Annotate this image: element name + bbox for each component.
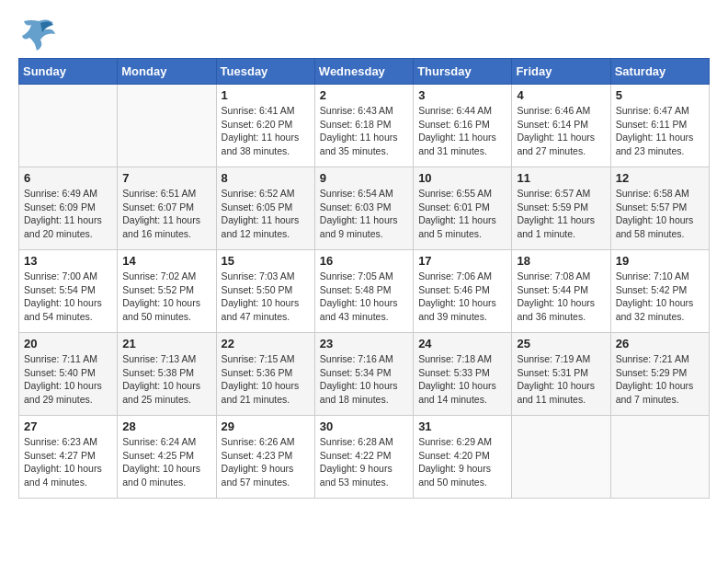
day-info: Sunrise: 6:57 AM Sunset: 5:59 PM Dayligh… xyxy=(517,187,605,241)
weekday-friday: Friday xyxy=(512,59,610,85)
day-info: Sunrise: 7:00 AM Sunset: 5:54 PM Dayligh… xyxy=(24,270,112,324)
day-number: 31 xyxy=(418,419,506,433)
day-number: 28 xyxy=(122,419,210,433)
day-info: Sunrise: 7:16 AM Sunset: 5:34 PM Dayligh… xyxy=(320,352,408,407)
calendar-cell: 30Sunrise: 6:28 AM Sunset: 4:22 PM Dayli… xyxy=(314,416,413,499)
day-number: 2 xyxy=(320,88,408,102)
day-info: Sunrise: 6:47 AM Sunset: 6:11 PM Dayligh… xyxy=(616,104,704,158)
day-number: 20 xyxy=(24,337,112,350)
day-number: 23 xyxy=(320,337,408,350)
calendar-cell: 31Sunrise: 6:29 AM Sunset: 4:20 PM Dayli… xyxy=(414,416,512,499)
day-info: Sunrise: 6:29 AM Sunset: 4:20 PM Dayligh… xyxy=(418,435,506,489)
day-info: Sunrise: 7:11 AM Sunset: 5:40 PM Dayligh… xyxy=(24,352,112,407)
calendar-cell: 7Sunrise: 6:51 AM Sunset: 6:07 PM Daylig… xyxy=(118,167,216,250)
calendar-cell: 2Sunrise: 6:43 AM Sunset: 6:18 PM Daylig… xyxy=(314,85,413,167)
day-number: 7 xyxy=(122,171,210,185)
weekday-header-row: SundayMondayTuesdayWednesdayThursdayFrid… xyxy=(19,59,710,85)
day-number: 16 xyxy=(320,254,408,268)
day-info: Sunrise: 6:41 AM Sunset: 6:20 PM Dayligh… xyxy=(222,104,310,158)
day-info: Sunrise: 6:58 AM Sunset: 5:57 PM Dayligh… xyxy=(616,187,704,241)
calendar-table: SundayMondayTuesdayWednesdayThursdayFrid… xyxy=(18,58,710,499)
calendar-cell: 16Sunrise: 7:05 AM Sunset: 5:48 PM Dayli… xyxy=(314,250,413,333)
weekday-thursday: Thursday xyxy=(414,59,512,85)
day-info: Sunrise: 7:03 AM Sunset: 5:50 PM Dayligh… xyxy=(222,270,310,324)
day-info: Sunrise: 6:28 AM Sunset: 4:22 PM Dayligh… xyxy=(320,435,408,489)
calendar-cell xyxy=(19,85,118,167)
day-number: 1 xyxy=(222,88,310,102)
calendar-cell: 6Sunrise: 6:49 AM Sunset: 6:09 PM Daylig… xyxy=(19,167,118,250)
day-number: 6 xyxy=(24,171,112,185)
weekday-tuesday: Tuesday xyxy=(216,59,314,85)
day-info: Sunrise: 6:23 AM Sunset: 4:27 PM Dayligh… xyxy=(24,435,112,489)
calendar-cell: 1Sunrise: 6:41 AM Sunset: 6:20 PM Daylig… xyxy=(216,85,314,167)
day-info: Sunrise: 6:51 AM Sunset: 6:07 PM Dayligh… xyxy=(122,187,210,241)
day-number: 26 xyxy=(616,337,704,350)
day-info: Sunrise: 7:02 AM Sunset: 5:52 PM Dayligh… xyxy=(122,270,210,324)
weekday-wednesday: Wednesday xyxy=(314,59,413,85)
day-info: Sunrise: 7:13 AM Sunset: 5:38 PM Dayligh… xyxy=(122,352,210,407)
calendar-cell: 22Sunrise: 7:15 AM Sunset: 5:36 PM Dayli… xyxy=(216,333,314,416)
day-info: Sunrise: 7:08 AM Sunset: 5:44 PM Dayligh… xyxy=(517,270,605,324)
calendar-cell: 24Sunrise: 7:18 AM Sunset: 5:33 PM Dayli… xyxy=(414,333,512,416)
day-info: Sunrise: 6:24 AM Sunset: 4:25 PM Dayligh… xyxy=(122,435,210,489)
day-number: 4 xyxy=(517,88,605,102)
day-info: Sunrise: 7:18 AM Sunset: 5:33 PM Dayligh… xyxy=(418,352,506,407)
calendar-cell: 5Sunrise: 6:47 AM Sunset: 6:11 PM Daylig… xyxy=(610,85,709,167)
day-info: Sunrise: 7:19 AM Sunset: 5:31 PM Dayligh… xyxy=(517,352,605,407)
calendar-cell: 26Sunrise: 7:21 AM Sunset: 5:29 PM Dayli… xyxy=(610,333,709,416)
day-number: 9 xyxy=(320,171,408,185)
day-number: 11 xyxy=(517,171,605,185)
day-number: 18 xyxy=(517,254,605,268)
calendar-cell: 20Sunrise: 7:11 AM Sunset: 5:40 PM Dayli… xyxy=(19,333,118,416)
day-info: Sunrise: 7:06 AM Sunset: 5:46 PM Dayligh… xyxy=(418,270,506,324)
day-number: 8 xyxy=(222,171,310,185)
page: SundayMondayTuesdayWednesdayThursdayFrid… xyxy=(0,0,728,512)
calendar-cell: 8Sunrise: 6:52 AM Sunset: 6:05 PM Daylig… xyxy=(216,167,314,250)
day-info: Sunrise: 6:44 AM Sunset: 6:16 PM Dayligh… xyxy=(418,104,506,158)
day-number: 5 xyxy=(616,88,704,102)
calendar-cell xyxy=(512,416,610,499)
logo xyxy=(18,14,59,49)
header xyxy=(18,14,710,49)
calendar-cell: 15Sunrise: 7:03 AM Sunset: 5:50 PM Dayli… xyxy=(216,250,314,333)
weekday-monday: Monday xyxy=(118,59,216,85)
calendar-cell: 21Sunrise: 7:13 AM Sunset: 5:38 PM Dayli… xyxy=(118,333,216,416)
day-info: Sunrise: 6:49 AM Sunset: 6:09 PM Dayligh… xyxy=(24,187,112,241)
calendar-cell: 4Sunrise: 6:46 AM Sunset: 6:14 PM Daylig… xyxy=(512,85,610,167)
day-info: Sunrise: 7:05 AM Sunset: 5:48 PM Dayligh… xyxy=(320,270,408,324)
day-number: 17 xyxy=(418,254,506,268)
day-number: 29 xyxy=(222,419,310,433)
day-info: Sunrise: 7:10 AM Sunset: 5:42 PM Dayligh… xyxy=(616,270,704,324)
day-number: 19 xyxy=(616,254,704,268)
day-number: 25 xyxy=(517,337,605,350)
week-row-4: 20Sunrise: 7:11 AM Sunset: 5:40 PM Dayli… xyxy=(19,333,710,416)
calendar-cell: 14Sunrise: 7:02 AM Sunset: 5:52 PM Dayli… xyxy=(118,250,216,333)
day-number: 21 xyxy=(122,337,210,350)
calendar-cell: 3Sunrise: 6:44 AM Sunset: 6:16 PM Daylig… xyxy=(414,85,512,167)
calendar-cell xyxy=(118,85,216,167)
day-info: Sunrise: 6:52 AM Sunset: 6:05 PM Dayligh… xyxy=(222,187,310,241)
day-info: Sunrise: 6:43 AM Sunset: 6:18 PM Dayligh… xyxy=(320,104,408,158)
week-row-1: 1Sunrise: 6:41 AM Sunset: 6:20 PM Daylig… xyxy=(19,85,710,167)
day-info: Sunrise: 6:26 AM Sunset: 4:23 PM Dayligh… xyxy=(222,435,310,489)
day-number: 24 xyxy=(418,337,506,350)
week-row-5: 27Sunrise: 6:23 AM Sunset: 4:27 PM Dayli… xyxy=(19,416,710,499)
logo-icon xyxy=(18,14,55,49)
day-number: 22 xyxy=(222,337,310,350)
calendar-cell: 9Sunrise: 6:54 AM Sunset: 6:03 PM Daylig… xyxy=(314,167,413,250)
calendar-cell: 17Sunrise: 7:06 AM Sunset: 5:46 PM Dayli… xyxy=(414,250,512,333)
day-info: Sunrise: 7:21 AM Sunset: 5:29 PM Dayligh… xyxy=(616,352,704,407)
day-number: 10 xyxy=(418,171,506,185)
calendar-cell: 29Sunrise: 6:26 AM Sunset: 4:23 PM Dayli… xyxy=(216,416,314,499)
week-row-3: 13Sunrise: 7:00 AM Sunset: 5:54 PM Dayli… xyxy=(19,250,710,333)
calendar-cell: 23Sunrise: 7:16 AM Sunset: 5:34 PM Dayli… xyxy=(314,333,413,416)
calendar-cell: 28Sunrise: 6:24 AM Sunset: 4:25 PM Dayli… xyxy=(118,416,216,499)
calendar-cell: 11Sunrise: 6:57 AM Sunset: 5:59 PM Dayli… xyxy=(512,167,610,250)
day-number: 13 xyxy=(24,254,112,268)
calendar-cell: 12Sunrise: 6:58 AM Sunset: 5:57 PM Dayli… xyxy=(610,167,709,250)
day-number: 27 xyxy=(24,419,112,433)
weekday-saturday: Saturday xyxy=(610,59,709,85)
day-info: Sunrise: 7:15 AM Sunset: 5:36 PM Dayligh… xyxy=(222,352,310,407)
calendar-cell: 27Sunrise: 6:23 AM Sunset: 4:27 PM Dayli… xyxy=(19,416,118,499)
day-info: Sunrise: 6:54 AM Sunset: 6:03 PM Dayligh… xyxy=(320,187,408,241)
